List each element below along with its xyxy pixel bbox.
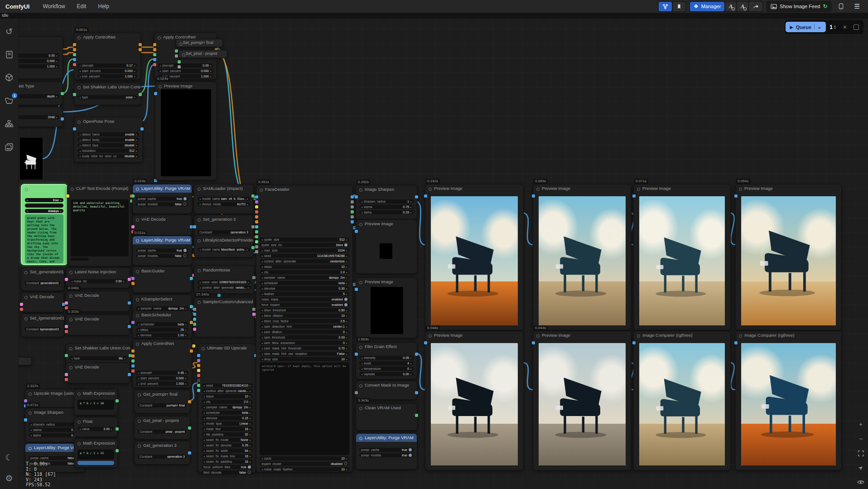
- node-prev-black1[interactable]: 0.024sPreview Image: [155, 82, 217, 180]
- widget-row[interactable]: ◂mode_typeLinear▸: [202, 421, 253, 426]
- output-slot[interactable]: [128, 301, 131, 305]
- decrement-icon[interactable]: ◂: [361, 211, 362, 214]
- decrement-icon[interactable]: ◂: [203, 444, 205, 447]
- output-slot[interactable]: [188, 451, 191, 455]
- increment-icon[interactable]: ▸: [134, 64, 135, 67]
- widget-row[interactable]: ◂cfg2.0▸: [202, 400, 253, 404]
- widget-row[interactable]: ◂end_percent1.000▸: [77, 74, 137, 79]
- increment-icon[interactable]: ▸: [185, 377, 187, 380]
- widget-row[interactable]: ◂noise_seed1098978201931637▸: [198, 280, 251, 285]
- decrement-icon[interactable]: ◂: [138, 382, 139, 385]
- decrement-icon[interactable]: ◂: [203, 438, 205, 441]
- increment-icon[interactable]: ▸: [210, 75, 212, 78]
- increment-icon[interactable]: ▸: [410, 367, 412, 370]
- increment-icon[interactable]: ▸: [250, 411, 251, 414]
- toggle-icon[interactable]: [248, 465, 251, 469]
- decrement-icon[interactable]: ◂: [361, 362, 362, 365]
- output-slot[interactable]: [61, 92, 64, 95]
- increment-icon[interactable]: ▸: [410, 362, 412, 365]
- widget-row[interactable]: ◂drop_size10▸: [260, 357, 349, 362]
- input-slot[interactable]: [73, 43, 76, 46]
- widget-row[interactable]: Constantgeneration 3: [198, 230, 250, 235]
- widget-row[interactable]: ◂feather5▸: [260, 292, 349, 296]
- input-slot[interactable]: [734, 194, 738, 198]
- output-slot[interactable]: [61, 117, 64, 121]
- widget-row[interactable]: force_uniform_tilestrue: [202, 465, 253, 470]
- input-slot[interactable]: [355, 353, 358, 356]
- increment-icon[interactable]: ▸: [185, 307, 187, 310]
- output-slot[interactable]: [139, 43, 142, 46]
- output-slot[interactable]: [190, 349, 193, 353]
- increment-icon[interactable]: ▸: [346, 358, 347, 361]
- increment-icon[interactable]: ▸: [60, 209, 62, 213]
- widget-row[interactable]: ◂seam_fix_mask_blur16▸: [202, 454, 253, 459]
- node-get-pinal[interactable]: Get_pinal - propmtConstantpinal - propmt: [134, 416, 190, 440]
- widget-row[interactable]: tiled_decodefalse: [202, 470, 253, 475]
- decrement-icon[interactable]: ◂: [261, 276, 263, 279]
- widget-row[interactable]: force_inpaintenabled: [260, 303, 349, 307]
- output-slot[interactable]: [251, 225, 255, 228]
- queue-button[interactable]: ▶ Queue ⌄: [786, 22, 826, 32]
- input-slot[interactable]: [66, 194, 69, 198]
- widget-row[interactable]: ◂schedulerbeta▸: [136, 322, 188, 327]
- increment-icon[interactable]: ▸: [346, 292, 347, 295]
- widget-row[interactable]: ◂strength0.45▸: [136, 371, 188, 375]
- input-slot[interactable]: [131, 194, 135, 198]
- node-mathex1[interactable]: Math Expressiona * b / 2 + 10: [74, 389, 118, 415]
- widget-row[interactable]: ◂sigma0.75▸: [359, 205, 414, 209]
- increment-icon[interactable]: ▸: [346, 320, 347, 323]
- decrement-icon[interactable]: ◂: [203, 416, 205, 420]
- bookmark-button[interactable]: [673, 2, 685, 11]
- output-slot[interactable]: [351, 210, 354, 213]
- node-vaed-m2[interactable]: 0.310sVAE Decode: [66, 315, 130, 335]
- input-slot[interactable]: [20, 308, 23, 311]
- increment-icon[interactable]: ▸: [346, 330, 347, 334]
- increment-icon[interactable]: ▸: [247, 248, 248, 251]
- widget-row[interactable]: ◂strength0.17▸: [77, 63, 137, 68]
- decrement-icon[interactable]: ◂: [261, 287, 263, 290]
- input-slot[interactable]: [65, 325, 68, 328]
- increment-icon[interactable]: ▸: [56, 116, 58, 119]
- decrement-icon[interactable]: ◂: [203, 433, 205, 436]
- decrement-icon[interactable]: ◂: [30, 428, 32, 431]
- input-slot[interactable]: [175, 49, 178, 53]
- decrement-icon[interactable]: ◂: [261, 265, 263, 268]
- widget-row[interactable]: Constantgeneration 3: [138, 455, 187, 459]
- output-slot[interactable]: [251, 194, 255, 198]
- output-slot[interactable]: [140, 127, 144, 131]
- decrement-icon[interactable]: ◂: [138, 328, 139, 331]
- widget-row[interactable]: ◂steps25▸: [136, 328, 188, 332]
- widget-row[interactable]: purge_cachetrue: [359, 448, 414, 452]
- input-slot[interactable]: [153, 48, 156, 51]
- input-slot[interactable]: [131, 277, 135, 280]
- node-p7[interactable]: Image Comparer (rgthree): [633, 331, 731, 470]
- output-slot[interactable]: [415, 195, 418, 199]
- toggle-links-button[interactable]: [856, 478, 865, 486]
- increment-icon[interactable]: ▸: [250, 416, 251, 420]
- increment-icon[interactable]: ▸: [185, 371, 187, 374]
- input-slot[interactable]: [131, 354, 135, 358]
- decrement-icon[interactable]: ◂: [361, 205, 362, 208]
- input-slot[interactable]: [255, 200, 258, 203]
- node-mathex2[interactable]: Math Expressiona * b / 2 + 15◂▸: [74, 439, 118, 468]
- input-slot[interactable]: [255, 195, 258, 199]
- locate-button[interactable]: ➤: [856, 464, 865, 472]
- input-slot[interactable]: [632, 194, 636, 198]
- increment-icon[interactable]: ▸: [410, 356, 412, 359]
- widget-row[interactable]: ◂seam_fix_modeNone▸: [202, 438, 253, 442]
- settings-button[interactable]: ⚙: [4, 473, 14, 484]
- widget-row[interactable]: ◂typepose▸: [77, 95, 137, 100]
- output-slot[interactable]: [139, 93, 142, 96]
- input-slot[interactable]: [193, 308, 196, 311]
- decrement-icon[interactable]: ◂: [261, 249, 263, 252]
- input-slot[interactable]: [355, 288, 358, 291]
- widget-row[interactable]: ◂denoise0.30▸: [260, 286, 349, 291]
- find-a-button[interactable]: A: [725, 2, 736, 11]
- decrement-icon[interactable]: ◂: [79, 461, 81, 465]
- widget-row[interactable]: ◂▸: [77, 461, 114, 465]
- input-slot[interactable]: [65, 373, 68, 376]
- widget-row[interactable]: ◂scale_stick_for_xinsr_cndisable▸: [77, 154, 139, 159]
- input-slot[interactable]: [153, 53, 156, 56]
- increment-icon[interactable]: ▸: [250, 395, 251, 398]
- widget-row[interactable]: guide_size_forbbox: [260, 243, 349, 247]
